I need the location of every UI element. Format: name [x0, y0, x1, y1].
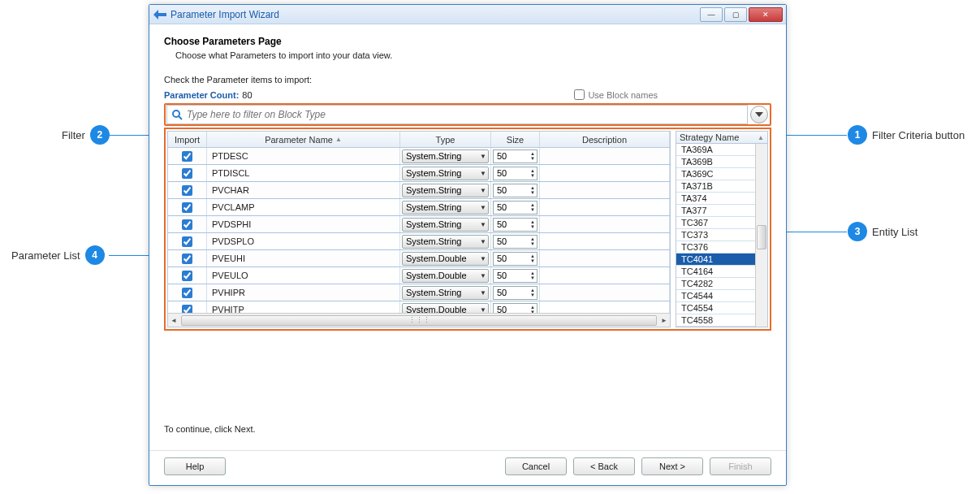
list-item[interactable]: TC376 — [676, 241, 755, 254]
list-item[interactable]: TC367 — [676, 217, 755, 229]
import-checkbox[interactable] — [182, 168, 192, 179]
type-combo[interactable]: System.String▼ — [402, 167, 489, 180]
spinner-arrows-icon[interactable]: ▲▼ — [530, 236, 535, 246]
use-block-names-checkbox[interactable] — [574, 89, 585, 100]
table-row: PTDESCSystem.String▼50▲▼ — [168, 148, 670, 165]
size-spinner[interactable]: 50▲▼ — [493, 235, 537, 249]
spinner-arrows-icon[interactable]: ▲▼ — [530, 168, 535, 178]
continue-text: To continue, click Next. — [164, 424, 771, 434]
size-spinner[interactable]: 50▲▼ — [493, 167, 537, 180]
spinner-arrows-icon[interactable]: ▲▼ — [530, 305, 535, 313]
table-row: PVCHARSystem.String▼50▲▼ — [168, 182, 670, 199]
table-row: PVHITPSystem.Double▼50▲▼ — [168, 301, 670, 313]
list-item[interactable]: TC4282 — [676, 278, 755, 290]
spinner-arrows-icon[interactable]: ▲▼ — [530, 151, 535, 161]
scroll-right-icon[interactable]: ► — [658, 317, 670, 324]
desc-cell — [540, 233, 670, 249]
counter-row: Parameter Count: 80 Use Block names — [164, 89, 771, 100]
import-checkbox[interactable] — [182, 202, 192, 213]
list-item[interactable]: TC4558 — [676, 314, 755, 327]
size-spinner[interactable]: 50▲▼ — [493, 303, 537, 314]
minimize-button[interactable]: — — [700, 7, 723, 22]
type-combo[interactable]: System.String▼ — [402, 218, 489, 232]
size-spinner[interactable]: 50▲▼ — [493, 184, 537, 197]
v-scrollbar[interactable] — [755, 144, 767, 327]
import-checkbox[interactable] — [182, 305, 192, 314]
spinner-arrows-icon[interactable]: ▲▼ — [530, 254, 535, 263]
col-pname-header[interactable]: Parameter Name▲ — [207, 132, 400, 147]
scroll-left-icon[interactable]: ◄ — [168, 317, 179, 324]
maximize-button[interactable]: ▢ — [724, 7, 747, 22]
list-item[interactable]: TA369C — [676, 168, 755, 180]
help-button[interactable]: Help — [164, 457, 226, 475]
back-arrow-icon[interactable] — [153, 8, 167, 21]
callout-badge: 4 — [85, 245, 105, 265]
spinner-arrows-icon[interactable]: ▲▼ — [530, 219, 535, 229]
col-import-header[interactable]: Import — [168, 132, 207, 147]
spinner-arrows-icon[interactable]: ▲▼ — [530, 202, 535, 212]
callout-badge: 1 — [848, 125, 867, 145]
import-checkbox[interactable] — [182, 271, 192, 281]
size-spinner[interactable]: 50▲▼ — [493, 201, 537, 214]
import-checkbox[interactable] — [182, 288, 192, 298]
list-item[interactable]: TA377 — [676, 205, 755, 217]
list-item[interactable]: TC373 — [676, 229, 755, 241]
import-checkbox[interactable] — [182, 151, 192, 162]
grip-icon: ⋮⋮⋮ — [408, 316, 430, 324]
import-checkbox[interactable] — [182, 185, 192, 196]
list-item[interactable]: TC4544 — [676, 290, 755, 302]
type-combo[interactable]: System.Double▼ — [402, 252, 489, 266]
scroll-thumb[interactable]: ⋮⋮⋮ — [181, 315, 657, 326]
type-combo[interactable]: System.Double▼ — [402, 269, 489, 283]
table-header: Import Parameter Name▲ Type Size Descrip… — [168, 132, 670, 148]
desc-cell — [540, 301, 670, 313]
import-checkbox[interactable] — [182, 236, 192, 247]
finish-button[interactable]: Finish — [710, 457, 771, 475]
list-item[interactable]: TA374 — [676, 193, 755, 205]
filter-criteria-button[interactable] — [750, 106, 768, 124]
type-combo[interactable]: System.Double▼ — [402, 303, 489, 314]
size-spinner[interactable]: 50▲▼ — [493, 150, 537, 163]
list-item[interactable]: TA369B — [676, 156, 755, 168]
size-spinner[interactable]: 50▲▼ — [493, 252, 537, 266]
table-row: PVEULOSystem.Double▼50▲▼ — [168, 267, 670, 284]
type-combo[interactable]: System.String▼ — [402, 201, 489, 214]
list-item[interactable]: TC4041 — [676, 254, 755, 266]
param-name-cell: PTDESC — [207, 148, 400, 164]
entity-header[interactable]: Strategy Name ▲ — [676, 132, 767, 144]
col-size-header[interactable]: Size — [491, 132, 540, 147]
spinner-arrows-icon[interactable]: ▲▼ — [530, 185, 535, 195]
desc-cell — [540, 216, 670, 232]
param-name-cell: PVHIPR — [207, 284, 400, 301]
list-item[interactable]: TC4164 — [676, 266, 755, 278]
table-row: PVDSPHISystem.String▼50▲▼ — [168, 216, 670, 233]
chevron-down-icon — [755, 112, 763, 117]
close-button[interactable]: ✕ — [749, 7, 783, 22]
use-block-names[interactable]: Use Block names — [574, 89, 658, 100]
type-combo[interactable]: System.String▼ — [402, 184, 489, 197]
back-button[interactable]: < Back — [573, 457, 635, 475]
list-item[interactable]: TC4554 — [676, 302, 755, 314]
button-row: Help Cancel < Back Next > Finish — [149, 450, 786, 485]
size-spinner[interactable]: 50▲▼ — [493, 269, 537, 283]
scroll-thumb[interactable] — [757, 225, 766, 249]
list-item[interactable]: TA371B — [676, 180, 755, 193]
size-spinner[interactable]: 50▲▼ — [493, 286, 537, 300]
col-desc-header[interactable]: Description — [540, 132, 670, 147]
size-spinner[interactable]: 50▲▼ — [493, 218, 537, 232]
filter-input[interactable] — [187, 109, 744, 120]
cancel-button[interactable]: Cancel — [505, 457, 567, 475]
col-type-header[interactable]: Type — [400, 132, 491, 147]
import-checkbox[interactable] — [182, 254, 192, 264]
type-combo[interactable]: System.String▼ — [402, 286, 489, 300]
h-scrollbar[interactable]: ◄ ⋮⋮⋮ ► — [168, 313, 670, 327]
next-button[interactable]: Next > — [641, 457, 703, 475]
type-combo[interactable]: System.String▼ — [402, 150, 489, 163]
type-combo[interactable]: System.String▼ — [402, 235, 489, 249]
import-checkbox[interactable] — [182, 219, 192, 230]
titlebar: Parameter Import Wizard — ▢ ✕ — [149, 5, 786, 24]
spinner-arrows-icon[interactable]: ▲▼ — [530, 288, 535, 297]
callout-filter: Filter 2 — [62, 125, 110, 145]
list-item[interactable]: TA369A — [676, 144, 755, 156]
spinner-arrows-icon[interactable]: ▲▼ — [530, 271, 535, 280]
